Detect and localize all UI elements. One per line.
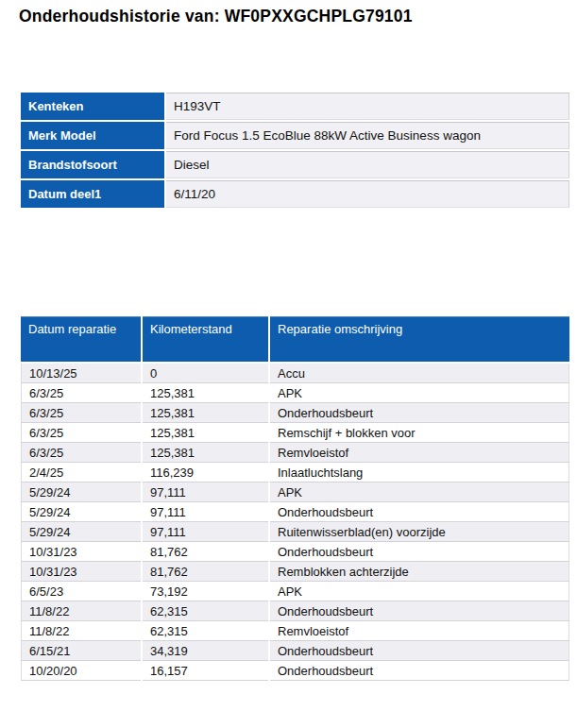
history-description: Onderhoudsbeurt	[270, 542, 569, 562]
info-label: Merk Model	[21, 122, 164, 149]
history-description: Remblokken achterzijde	[270, 562, 569, 582]
history-date: 10/20/20	[21, 661, 141, 681]
history-row: 6/3/25125,381Remvloeistof	[21, 443, 569, 463]
history-description: Inlaatluchtslang	[270, 463, 569, 483]
history-description: Onderhoudsbeurt	[270, 601, 569, 621]
history-kilometers: 125,381	[143, 443, 268, 463]
history-description: Ruitenwisserblad(en) voorzijde	[270, 522, 569, 542]
info-row: KentekenH193VT	[21, 93, 569, 120]
history-kilometers: 125,381	[143, 423, 268, 443]
history-date: 5/29/24	[21, 483, 141, 502]
info-value: 6/11/20	[166, 180, 569, 208]
info-value: Diesel	[166, 151, 569, 178]
history-row: 10/20/2016,157Onderhoudsbeurt	[21, 661, 569, 681]
history-row: 10/31/2381,762Onderhoudsbeurt	[21, 542, 569, 562]
history-date: 6/3/25	[21, 443, 141, 463]
page-title: Onderhoudshistorie van: WF0PXXGCHPLG7910…	[19, 7, 413, 26]
history-date: 6/3/25	[21, 403, 141, 423]
history-description: Onderhoudsbeurt	[270, 403, 569, 423]
vehicle-info-body: KentekenH193VTMerk ModelFord Focus 1.5 E…	[21, 93, 569, 208]
history-row: 6/15/2134,319Onderhoudsbeurt	[21, 641, 569, 661]
column-header-reparatie-omschrijving: Reparatie omschrijving	[270, 316, 569, 364]
history-date: 10/31/23	[21, 542, 141, 562]
info-row: Merk ModelFord Focus 1.5 EcoBlue 88kW Ac…	[21, 122, 569, 149]
history-date: 10/13/25	[21, 364, 141, 383]
history-row: 5/29/2497,111Ruitenwisserblad(en) voorzi…	[21, 522, 569, 542]
history-description: APK	[270, 383, 569, 403]
history-kilometers: 62,315	[143, 621, 268, 641]
history-kilometers: 97,111	[143, 502, 268, 522]
history-row: 5/29/2497,111APK	[21, 483, 569, 502]
history-date: 11/8/22	[21, 621, 141, 641]
history-kilometers: 125,381	[143, 403, 268, 423]
history-row: 10/31/2381,762Remblokken achterzijde	[21, 562, 569, 582]
history-description: Remschijf + blokken voor	[270, 423, 569, 443]
history-row: 6/3/25125,381APK	[21, 383, 569, 403]
info-value: H193VT	[166, 93, 569, 120]
history-row: 10/13/250Accu	[21, 364, 569, 383]
vehicle-info-table: KentekenH193VTMerk ModelFord Focus 1.5 E…	[19, 91, 571, 210]
maintenance-report-page: { "title": "Onderhoudshistorie van: WF0P…	[0, 0, 577, 728]
history-description: Accu	[270, 364, 569, 383]
history-row: 11/8/2262,315Onderhoudsbeurt	[21, 601, 569, 621]
history-kilometers: 0	[143, 364, 268, 383]
history-body: 10/13/250Accu6/3/25125,381APK6/3/25125,3…	[21, 364, 569, 681]
history-date: 2/4/25	[21, 463, 141, 483]
history-description: Onderhoudsbeurt	[270, 641, 569, 661]
history-row: 2/4/25116,239Inlaatluchtslang	[21, 463, 569, 483]
history-kilometers: 81,762	[143, 542, 268, 562]
history-description: Remvloeistof	[270, 621, 569, 641]
info-label: Kenteken	[21, 93, 164, 120]
history-kilometers: 62,315	[143, 601, 268, 621]
info-label: Brandstofsoort	[21, 151, 164, 178]
history-kilometers: 16,157	[143, 661, 268, 681]
history-row: 6/3/25125,381Onderhoudsbeurt	[21, 403, 569, 423]
history-row: 11/8/2262,315Remvloeistof	[21, 621, 569, 641]
column-header-kilometerstand: Kilometerstand	[143, 316, 268, 364]
history-description: Remvloeistof	[270, 443, 569, 463]
info-value: Ford Focus 1.5 EcoBlue 88kW Active Busin…	[166, 122, 569, 149]
history-row: 6/3/25125,381Remschijf + blokken voor	[21, 423, 569, 443]
history-header-row: Datum reparatie Kilometerstand Reparatie…	[21, 316, 569, 364]
history-description: Onderhoudsbeurt	[270, 661, 569, 681]
history-date: 5/29/24	[21, 502, 141, 522]
history-date: 10/31/23	[21, 562, 141, 582]
history-kilometers: 73,192	[143, 582, 268, 601]
history-kilometers: 97,111	[143, 522, 268, 542]
history-header: Datum reparatie Kilometerstand Reparatie…	[21, 316, 569, 364]
history-kilometers: 81,762	[143, 562, 268, 582]
history-date: 11/8/22	[21, 601, 141, 621]
info-row: BrandstofsoortDiesel	[21, 151, 569, 178]
history-kilometers: 116,239	[143, 463, 268, 483]
history-date: 6/3/25	[21, 383, 141, 403]
history-row: 5/29/2497,111Onderhoudsbeurt	[21, 502, 569, 522]
history-kilometers: 125,381	[143, 383, 268, 403]
history-description: Onderhoudsbeurt	[270, 502, 569, 522]
maintenance-history-table: Datum reparatie Kilometerstand Reparatie…	[19, 316, 571, 681]
history-date: 6/5/23	[21, 582, 141, 601]
history-description: APK	[270, 483, 569, 502]
history-description: APK	[270, 582, 569, 601]
history-kilometers: 97,111	[143, 483, 268, 502]
history-date: 6/15/21	[21, 641, 141, 661]
info-row: Datum deel16/11/20	[21, 180, 569, 208]
history-date: 6/3/25	[21, 423, 141, 443]
history-date: 5/29/24	[21, 522, 141, 542]
history-kilometers: 34,319	[143, 641, 268, 661]
history-row: 6/5/2373,192APK	[21, 582, 569, 601]
column-header-datum-reparatie: Datum reparatie	[21, 316, 141, 364]
info-label: Datum deel1	[21, 180, 164, 208]
